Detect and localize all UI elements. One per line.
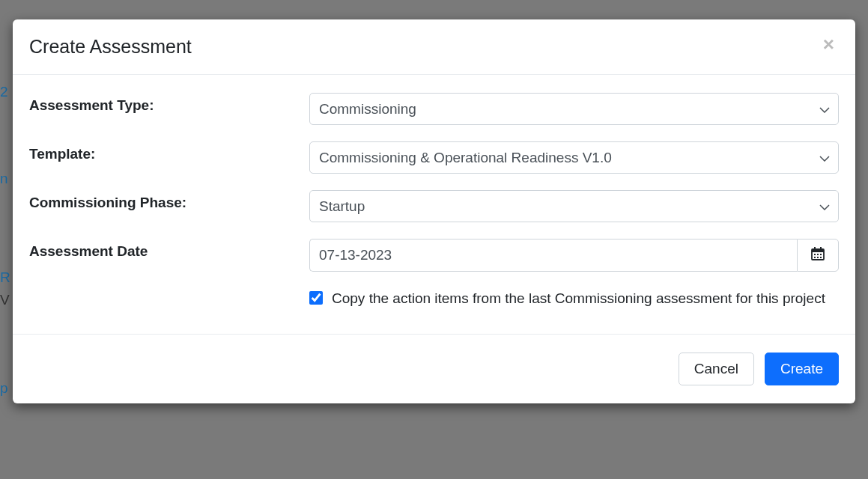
close-button[interactable]: × bbox=[823, 34, 834, 54]
background-text: 2 bbox=[0, 84, 8, 100]
template-label: Template: bbox=[29, 141, 309, 162]
assessment-date-input[interactable] bbox=[309, 239, 797, 272]
assessment-type-row: Assessment Type: Commissioning bbox=[29, 93, 839, 125]
assessment-date-label: Assessment Date bbox=[29, 239, 309, 260]
svg-rect-9 bbox=[820, 257, 822, 258]
date-picker-button[interactable] bbox=[797, 239, 839, 272]
template-select[interactable]: Commissioning & Operational Readiness V1… bbox=[309, 141, 839, 174]
modal-body: Assessment Type: Commissioning Template:… bbox=[13, 75, 855, 334]
assessment-type-label: Assessment Type: bbox=[29, 93, 309, 114]
background-text: n bbox=[0, 171, 8, 187]
svg-rect-4 bbox=[814, 254, 816, 255]
cancel-button[interactable]: Cancel bbox=[679, 353, 754, 385]
commissioning-phase-row: Commissioning Phase: Startup bbox=[29, 190, 839, 222]
background-text: V bbox=[0, 292, 10, 308]
svg-rect-6 bbox=[820, 254, 822, 255]
svg-rect-2 bbox=[814, 247, 816, 250]
copy-action-items-label[interactable]: Copy the action items from the last Comm… bbox=[332, 288, 825, 310]
modal-footer: Cancel Create bbox=[13, 334, 855, 403]
svg-rect-5 bbox=[817, 254, 819, 255]
template-row: Template: Commissioning & Operational Re… bbox=[29, 141, 839, 174]
copy-action-items-checkbox[interactable] bbox=[309, 291, 323, 305]
background-text: R bbox=[0, 269, 10, 286]
svg-rect-1 bbox=[812, 249, 824, 252]
assessment-type-select[interactable]: Commissioning bbox=[309, 93, 839, 125]
create-button[interactable]: Create bbox=[765, 353, 839, 385]
create-assessment-modal: Create Assessment × Assessment Type: Com… bbox=[13, 19, 855, 403]
copy-action-items-row: Copy the action items from the last Comm… bbox=[29, 288, 839, 310]
svg-rect-3 bbox=[820, 247, 822, 250]
modal-title: Create Assessment bbox=[29, 36, 192, 58]
modal-header: Create Assessment × bbox=[13, 19, 855, 75]
commissioning-phase-label: Commissioning Phase: bbox=[29, 190, 309, 211]
assessment-date-row: Assessment Date bbox=[29, 239, 839, 272]
commissioning-phase-select[interactable]: Startup bbox=[309, 190, 839, 222]
calendar-icon bbox=[810, 246, 825, 264]
svg-rect-8 bbox=[817, 257, 819, 258]
background-text: p bbox=[0, 380, 8, 397]
svg-rect-7 bbox=[814, 257, 816, 258]
close-icon: × bbox=[823, 33, 834, 55]
